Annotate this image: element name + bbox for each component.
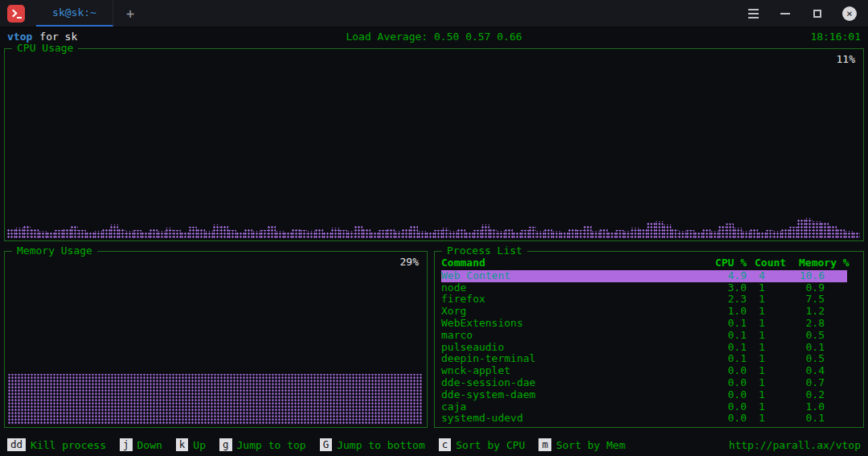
cpu-graph-column (268, 226, 276, 239)
minimize-button[interactable] (778, 6, 792, 21)
terminal-window: sk@sk:~ + × vtop for sk Load Average: 0.… (0, 0, 868, 428)
menu-button[interactable] (746, 6, 760, 21)
cpu-graph-column (410, 226, 418, 239)
cpu-graph-column (552, 231, 560, 239)
process-row[interactable]: dde-session-dae0.010.7 (441, 377, 847, 389)
process-row[interactable]: WebExtensions0.112.8 (441, 318, 847, 330)
cpu-graph-column (647, 223, 655, 239)
process-cell-cmd: node (441, 282, 698, 294)
cpu-graph-column (686, 230, 694, 239)
shortcut-label: Kill process (31, 439, 106, 451)
process-cell-mem: 0.9 (789, 282, 847, 294)
cpu-graph-column (663, 224, 671, 239)
process-cell-cnt: 1 (747, 318, 789, 330)
process-cell-cmd: WebExtensions (441, 318, 698, 330)
maximize-button[interactable] (810, 6, 825, 21)
close-button[interactable]: × (842, 6, 857, 21)
cpu-graph-column (86, 232, 94, 239)
cpu-graph-column (55, 230, 63, 239)
cpu-graph-column (608, 232, 616, 239)
footer-shortcut: ddKill process (7, 438, 106, 451)
cpu-graph-column (719, 226, 727, 239)
new-tab-button[interactable]: + (113, 0, 147, 27)
cpu-graph-column (292, 228, 300, 239)
minimize-icon (780, 13, 790, 14)
cpu-graph-column (694, 232, 702, 239)
process-cell-mem: 0.7 (789, 377, 847, 389)
cpu-graph-column (521, 230, 529, 239)
cpu-graph (7, 218, 861, 239)
app-title: vtop (7, 31, 32, 43)
process-cell-mem: 1.2 (789, 306, 847, 318)
app-subtitle: for sk (39, 31, 77, 43)
cpu-graph-column (323, 232, 331, 239)
cpu-graph-column (31, 229, 39, 239)
cpu-graph-column (726, 224, 734, 239)
process-row[interactable]: node3.010.9 (441, 282, 847, 294)
cpu-graph-column (236, 232, 244, 239)
process-cell-cpu: 0.0 (698, 377, 747, 389)
process-row[interactable]: firefox2.317.5 (441, 294, 847, 306)
process-cell-mem: 10.6 (789, 270, 847, 282)
process-row[interactable]: wnck-applet0.010.4 (441, 365, 847, 377)
cpu-graph-column (536, 231, 544, 239)
process-cell-cpu: 3.0 (698, 282, 747, 294)
process-cell-mem: 0.2 (789, 389, 847, 401)
process-cell-cnt: 1 (747, 282, 789, 294)
shortcut-key: dd (7, 438, 26, 451)
process-cell-mem: 2.8 (789, 318, 847, 330)
process-row[interactable]: deepin-terminal0.110.5 (441, 353, 847, 365)
process-cell-cmd: dde-system-daem (441, 389, 698, 401)
cpu-graph-column (387, 228, 395, 239)
process-row[interactable]: caja0.011.0 (441, 401, 847, 413)
cpu-graph-column (284, 232, 292, 239)
process-cell-cnt: 1 (747, 377, 789, 389)
process-row[interactable]: systemd-udevd0.010.1 (441, 413, 847, 425)
cpu-graph-column (197, 229, 205, 239)
vtop-url[interactable]: http://parall.ax/vtop (729, 439, 861, 451)
cpu-graph-column (671, 229, 679, 239)
process-cell-cmd: wnck-applet (441, 365, 698, 377)
process-row[interactable]: marco0.110.5 (441, 330, 847, 342)
cpu-graph-column (449, 231, 457, 239)
cpu-usage-value: 11% (837, 53, 855, 65)
cpu-graph-column (181, 232, 189, 239)
process-row[interactable]: pulseaudio0.110.1 (441, 342, 847, 354)
cpu-graph-column (710, 231, 719, 239)
cpu-graph-column (773, 231, 781, 239)
process-cell-cmd: caja (441, 401, 698, 413)
cpu-panel-title: CPU Usage (12, 42, 78, 54)
process-cell-mem: 0.5 (789, 330, 847, 342)
cpu-graph-column (544, 229, 552, 239)
tab-title: sk@sk:~ (52, 6, 96, 18)
cpu-graph-column (742, 231, 750, 239)
cpu-graph-column (655, 221, 663, 239)
process-row[interactable]: Xorg1.011.2 (441, 306, 847, 318)
cpu-graph-column (505, 229, 513, 239)
cpu-graph-column (465, 232, 473, 239)
cpu-graph-column (600, 229, 608, 239)
cpu-graph-column (513, 232, 521, 239)
cpu-graph-column (442, 228, 450, 239)
process-cell-cpu: 0.0 (698, 365, 747, 377)
process-cell-cpu: 1.0 (698, 306, 747, 318)
footer-shortcut: mSort by Mem (538, 438, 625, 451)
footer-shortcut: GJump to bottom (320, 438, 425, 451)
process-row[interactable]: dde-system-daem0.010.2 (441, 389, 847, 401)
cpu-graph-column (821, 223, 829, 239)
cpu-graph-column (702, 228, 710, 239)
shortcut-key: m (538, 438, 551, 451)
cpu-graph-column (23, 226, 31, 239)
terminal-tab[interactable]: sk@sk:~ (36, 0, 113, 27)
cpu-graph-column (560, 232, 568, 239)
process-cell-mem: 0.1 (789, 413, 847, 425)
memory-panel: Memory Usage 29% (4, 251, 428, 428)
memory-graph (8, 374, 423, 425)
cpu-graph-column (616, 230, 624, 239)
process-row[interactable]: Web Content4.9410.6 (441, 270, 847, 282)
cpu-graph-column (331, 228, 339, 239)
hamburger-icon (748, 13, 759, 14)
shortcut-key: g (219, 438, 232, 451)
cpu-graph-column (678, 231, 686, 239)
shortcut-label: Jump to top (237, 439, 306, 451)
